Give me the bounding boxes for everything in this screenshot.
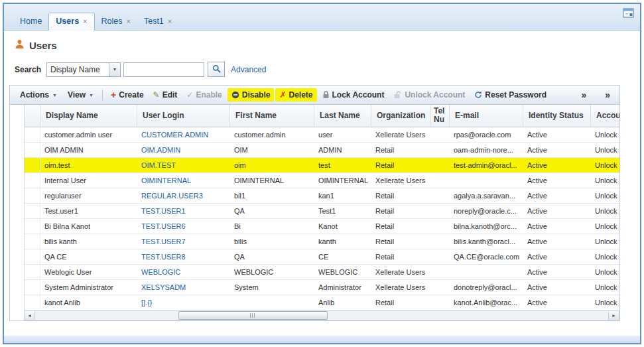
row-handle-cell[interactable]: [25, 219, 40, 234]
row-handle-cell[interactable]: [25, 249, 40, 265]
row-handle-cell[interactable]: [25, 265, 40, 280]
cell-user-login[interactable]: TEST.USER6: [137, 219, 230, 234]
tab-users[interactable]: Users ×: [48, 13, 94, 31]
cell-user-login[interactable]: TEST.USER1: [137, 204, 230, 219]
create-button[interactable]: + Create: [107, 88, 148, 102]
close-icon[interactable]: ×: [127, 17, 131, 25]
chevron-down-icon[interactable]: ▼: [109, 63, 120, 76]
tab-bar: Home Users × Roles × Test1 ×: [4, 4, 640, 31]
close-icon[interactable]: ×: [83, 17, 87, 25]
close-icon[interactable]: ×: [168, 17, 172, 25]
table-row[interactable]: kanot Anlib[].{}AnlibRetailkanot.Anlib@o…: [25, 295, 619, 311]
cell-display-name: Bi Bilna Kanot: [40, 219, 137, 234]
row-handle-cell[interactable]: [25, 143, 40, 158]
table-row[interactable]: QA CETEST.USER8QACERetailQA.CE@oracle.co…: [25, 249, 619, 265]
cell-account-status: Unlock: [591, 173, 619, 188]
search-button[interactable]: [208, 62, 225, 77]
reset-password-button[interactable]: Reset Password: [470, 88, 550, 102]
cell-user-login[interactable]: WEBLOGIC: [137, 265, 230, 280]
table-row[interactable]: oim.testOIM.TESToimtestRetailtest-admin@…: [25, 158, 619, 173]
scrollbar-track[interactable]: [35, 311, 608, 320]
unlock-icon: [393, 91, 402, 99]
scroll-right-button[interactable]: ►: [608, 311, 619, 320]
actions-menu-button[interactable]: Actions ▼: [15, 88, 62, 102]
row-handle-cell[interactable]: [25, 188, 40, 204]
column-header-last-name[interactable]: Last Name: [314, 105, 371, 127]
row-handle-cell[interactable]: [25, 234, 40, 249]
row-handle-cell[interactable]: [25, 280, 40, 295]
table-row[interactable]: System AdministratorXELSYSADMSystemAdmin…: [25, 280, 619, 295]
cell-organization: Xellerate Users: [371, 280, 431, 295]
cell-user-login[interactable]: [].{}: [137, 295, 230, 311]
toolbar-overflow-icon[interactable]: »: [577, 90, 590, 100]
cell-account-status: Unlock: [591, 219, 619, 234]
tab-test1[interactable]: Test1 ×: [137, 13, 178, 30]
cell-organization: Retail: [371, 158, 431, 173]
cell-organization: Retail: [371, 188, 431, 204]
table-row[interactable]: Test.user1TEST.USER1QATest1Retailnoreply…: [25, 204, 619, 219]
column-header-user-login[interactable]: User Login: [137, 105, 230, 127]
application-window: Home Users × Roles × Test1 ×: [3, 3, 641, 344]
table-row[interactable]: OIM ADMINOIM.ADMINOIMADMINRetailoam-admi…: [25, 143, 619, 158]
cell-email: agalya.a.saravan...: [450, 188, 523, 204]
view-menu-button[interactable]: View ▼: [63, 88, 98, 102]
column-header-identity-status[interactable]: Identity Status: [523, 105, 591, 127]
column-header-email[interactable]: E-mail: [450, 105, 523, 127]
cell-telephone: [431, 188, 450, 204]
cell-user-login[interactable]: OIM.TEST: [137, 158, 230, 173]
row-handle-cell[interactable]: [25, 204, 40, 219]
cell-telephone: [431, 249, 450, 265]
cell-user-login[interactable]: CUSTOMER.ADMIN: [137, 127, 230, 143]
pencil-icon: ✎: [153, 91, 160, 99]
cell-user-login[interactable]: XELSYSADM: [137, 280, 230, 295]
edit-button[interactable]: ✎ Edit: [149, 88, 182, 102]
scrollbar-thumb[interactable]: [178, 311, 328, 320]
column-header-account-status[interactable]: Accou: [591, 105, 619, 127]
search-bar: Search Display Name ▼ Advanced: [15, 62, 640, 77]
column-header-display-name[interactable]: Display Name: [40, 105, 137, 127]
scroll-left-button[interactable]: ◄: [25, 311, 35, 320]
horizontal-scrollbar[interactable]: ◄ ►: [24, 311, 619, 320]
disable-button[interactable]: Disable: [227, 88, 275, 102]
cell-identity-status: Active: [523, 280, 591, 295]
cell-organization: Xellerate Users: [371, 265, 431, 280]
advanced-search-link[interactable]: Advanced: [231, 65, 266, 74]
panel-overflow-icon[interactable]: »: [601, 90, 614, 100]
table-row[interactable]: customer.admin userCUSTOMER.ADMINcustome…: [25, 127, 619, 143]
row-handle-cell[interactable]: [25, 173, 40, 188]
cell-user-login[interactable]: OIMINTERNAL: [137, 173, 230, 188]
table-row[interactable]: bilis kanthTEST.USER7biliskanthRetailbil…: [25, 234, 619, 249]
search-input[interactable]: [123, 62, 204, 77]
table-row[interactable]: regularuserREGULAR.USER3bil1kan1Retailag…: [25, 188, 619, 204]
search-field-select[interactable]: Display Name ▼: [46, 62, 121, 77]
cell-last-name: CE: [314, 249, 371, 265]
minus-circle-icon: [231, 91, 239, 99]
row-handle-cell[interactable]: [25, 127, 40, 143]
cell-user-login[interactable]: REGULAR.USER3: [137, 188, 230, 204]
column-header-organization[interactable]: Organization: [371, 105, 431, 127]
cell-display-name: Test.user1: [40, 204, 137, 219]
cell-account-status: Unlock: [591, 127, 619, 143]
cell-user-login[interactable]: TEST.USER8: [137, 249, 230, 265]
column-header-first-name[interactable]: First Name: [230, 105, 314, 127]
button-label: Disable: [242, 90, 271, 100]
table-row[interactable]: Bi Bilna KanotTEST.USER6BiKanotRetailbil…: [25, 219, 619, 234]
delete-button[interactable]: ✗ Delete: [275, 88, 316, 102]
button-label: Edit: [162, 90, 178, 100]
row-handle-cell[interactable]: [25, 295, 40, 311]
tab-roles[interactable]: Roles ×: [95, 13, 137, 30]
table-row[interactable]: Internal UserOIMINTERNALOIMINTERNALOIMIN…: [25, 173, 619, 188]
cell-user-login[interactable]: OIM.ADMIN: [137, 143, 230, 158]
tab-home[interactable]: Home: [13, 13, 48, 30]
cell-identity-status: Active: [523, 188, 591, 204]
lock-account-button[interactable]: Lock Account: [318, 88, 389, 102]
cell-account-status: Unlock: [591, 265, 619, 280]
cell-first-name: OIM: [230, 143, 314, 158]
table-row[interactable]: Weblogic UserWEBLOGICWEBLOGICWEBLOGICXel…: [25, 265, 619, 280]
cell-identity-status: Active: [523, 265, 591, 280]
column-header-telephone[interactable]: Tel Nu: [431, 105, 450, 127]
cell-user-login[interactable]: TEST.USER7: [137, 234, 230, 249]
row-handle-cell[interactable]: [25, 158, 40, 173]
calendar-icon[interactable]: [623, 7, 635, 18]
magnifier-icon: [212, 64, 221, 75]
